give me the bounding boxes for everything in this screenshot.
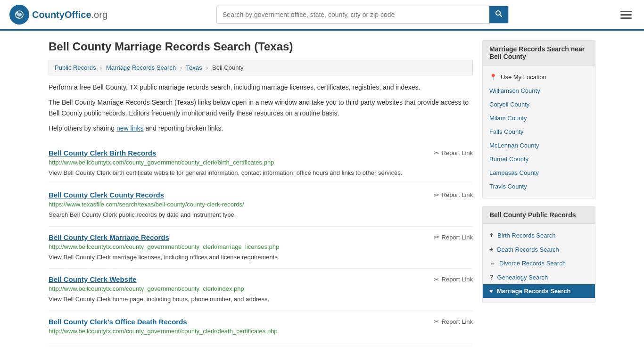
result-url-1[interactable]: https://www.texasfile.com/search/texas/b… bbox=[49, 201, 473, 208]
birth-icon: ✝ bbox=[489, 232, 494, 239]
result-url-0[interactable]: http://www.bellcountytx.com/county_gover… bbox=[49, 159, 473, 166]
result-desc-2: View Bell County Clerk marriage licenses… bbox=[49, 253, 473, 262]
result-item: Bell County Clerk Website ✂ Report Link … bbox=[49, 269, 473, 311]
logo-text: CountyOffice.org bbox=[32, 9, 107, 20]
result-item: Bell County Clerk Marriage Records ✂ Rep… bbox=[49, 227, 473, 269]
location-icon: 📍 bbox=[489, 74, 497, 81]
genealogy-icon: ? bbox=[489, 273, 494, 281]
description-2: The Bell County Marriage Records Search … bbox=[49, 97, 473, 118]
result-item: Bell County Clerk County Records ✂ Repor… bbox=[49, 184, 473, 227]
sidebar-lampasas[interactable]: Lampasas County bbox=[483, 166, 595, 180]
sidebar-mclennan[interactable]: McLennan County bbox=[483, 139, 595, 152]
sidebar-burnet[interactable]: Burnet County bbox=[483, 152, 595, 166]
divorce-records-link[interactable]: ↔ Divorce Records Search bbox=[483, 256, 595, 270]
report-icon: ✂ bbox=[434, 276, 439, 283]
report-icon: ✂ bbox=[434, 191, 439, 199]
report-link-0[interactable]: ✂ Report Link bbox=[434, 149, 473, 156]
breadcrumb-current: Bell County bbox=[212, 64, 243, 71]
hamburger-line bbox=[620, 17, 632, 19]
divorce-icon: ↔ bbox=[489, 260, 495, 267]
sidebar-falls[interactable]: Falls County bbox=[483, 125, 595, 139]
result-url-2[interactable]: http://www.bellcountytx.com/county_gover… bbox=[49, 243, 473, 250]
report-icon: ✂ bbox=[434, 318, 439, 325]
result-desc-0: View Bell County Clerk birth certificate… bbox=[49, 168, 473, 178]
report-link-3[interactable]: ✂ Report Link bbox=[434, 276, 473, 283]
page-title: Bell County Marriage Records Search (Tex… bbox=[49, 40, 473, 53]
result-url-3[interactable]: http://www.bellcountytx.com/county_gover… bbox=[49, 285, 473, 292]
result-desc-3: View Bell County Clerk home page, includ… bbox=[49, 295, 473, 304]
content-area: Bell County Marriage Records Search (Tex… bbox=[49, 40, 473, 344]
hamburger-line bbox=[620, 14, 632, 16]
public-records-links: ✝ Birth Records Search + Death Records S… bbox=[483, 224, 595, 303]
sidebar-coryell[interactable]: Coryell County bbox=[483, 98, 595, 111]
sidebar-milam[interactable]: Milam County bbox=[483, 111, 595, 125]
description-1: Perform a free Bell County, TX public ma… bbox=[49, 82, 473, 92]
death-records-link[interactable]: + Death Records Search bbox=[483, 242, 595, 256]
nearby-links: 📍 Use My Location Williamson County Cory… bbox=[483, 66, 595, 198]
birth-records-link[interactable]: ✝ Birth Records Search bbox=[483, 229, 595, 242]
use-location-link[interactable]: 📍 Use My Location bbox=[483, 70, 595, 84]
breadcrumb-public-records[interactable]: Public Records bbox=[55, 64, 96, 71]
search-button[interactable] bbox=[489, 6, 508, 23]
result-title-1[interactable]: Bell County Clerk County Records bbox=[49, 191, 164, 199]
report-icon: ✂ bbox=[434, 149, 439, 156]
public-records-section: Bell County Public Records ✝ Birth Recor… bbox=[482, 206, 595, 303]
new-links-link[interactable]: new links bbox=[116, 124, 144, 132]
public-records-title: Bell County Public Records bbox=[483, 206, 595, 224]
svg-point-2 bbox=[16, 12, 18, 14]
breadcrumb-texas[interactable]: Texas bbox=[186, 64, 202, 71]
logo-area[interactable]: CountyOffice.org bbox=[9, 5, 107, 25]
result-title-4[interactable]: Bell County Clerk's Office Death Records bbox=[49, 318, 187, 326]
site-header: CountyOffice.org bbox=[0, 0, 644, 31]
main-container: Bell County Marriage Records Search (Tex… bbox=[39, 31, 605, 354]
report-icon: ✂ bbox=[434, 233, 439, 241]
svg-line-4 bbox=[500, 15, 502, 16]
report-link-2[interactable]: ✂ Report Link bbox=[434, 233, 473, 241]
result-desc-1: Search Bell County Clerk public records … bbox=[49, 210, 473, 220]
menu-button[interactable] bbox=[618, 8, 635, 22]
nearby-section: Marriage Records Search near Bell County… bbox=[482, 40, 595, 198]
genealogy-link[interactable]: ? Genealogy Search bbox=[483, 270, 595, 284]
report-link-1[interactable]: ✂ Report Link bbox=[434, 191, 473, 199]
breadcrumb: Public Records › Marriage Records Search… bbox=[49, 60, 473, 75]
result-title-0[interactable]: Bell County Clerk Birth Records bbox=[49, 149, 156, 157]
sidebar-williamson[interactable]: Williamson County bbox=[483, 84, 595, 98]
search-input[interactable] bbox=[217, 7, 489, 22]
death-icon: + bbox=[489, 246, 493, 253]
search-bar[interactable] bbox=[216, 6, 509, 24]
breadcrumb-marriage-records[interactable]: Marriage Records Search bbox=[106, 64, 176, 71]
marriage-icon: ♥ bbox=[489, 288, 493, 295]
result-item: Bell County Clerk's Office Death Records… bbox=[49, 311, 473, 344]
logo-icon bbox=[9, 5, 29, 25]
result-url-4[interactable]: http://www.bellcountytx.com/county_gover… bbox=[49, 328, 473, 335]
nearby-title: Marriage Records Search near Bell County bbox=[483, 41, 595, 66]
result-title-2[interactable]: Bell County Clerk Marriage Records bbox=[49, 233, 169, 241]
help-text: Help others by sharing new links and rep… bbox=[49, 123, 473, 133]
marriage-records-link[interactable]: ♥ Marriage Records Search bbox=[483, 284, 595, 298]
report-link-4[interactable]: ✂ Report Link bbox=[434, 318, 473, 325]
result-title-3[interactable]: Bell County Clerk Website bbox=[49, 275, 136, 283]
hamburger-line bbox=[620, 11, 632, 12]
sidebar-travis[interactable]: Travis County bbox=[483, 180, 595, 193]
sidebar: Marriage Records Search near Bell County… bbox=[482, 40, 595, 344]
result-item: Bell County Clerk Birth Records ✂ Report… bbox=[49, 142, 473, 185]
results-list: Bell County Clerk Birth Records ✂ Report… bbox=[49, 142, 473, 344]
